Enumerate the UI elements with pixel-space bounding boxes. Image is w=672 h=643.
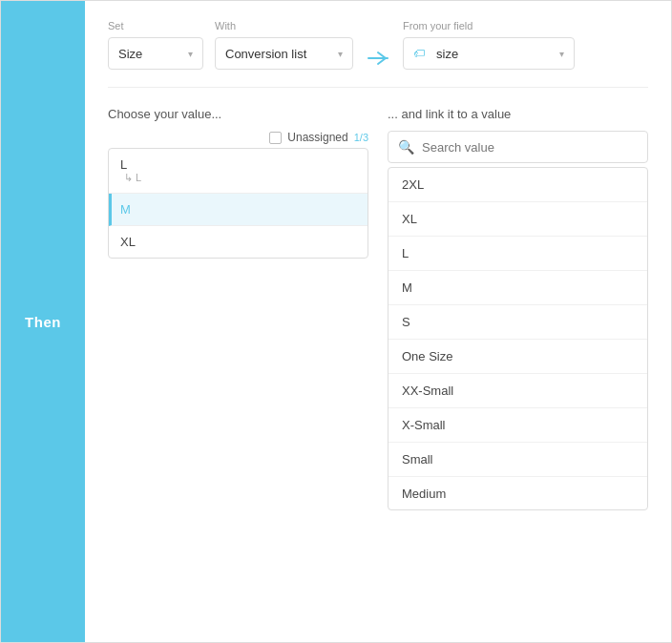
value-main: L [120, 157, 356, 172]
right-panel: ... and link it to a value 🔍 2XL XL L M … [388, 107, 648, 623]
set-label: Set [108, 20, 203, 31]
body-section: Choose your value... Unassigned 1/3 L ↳ … [108, 107, 648, 623]
value-list-item-M[interactable]: M [109, 194, 368, 226]
unassigned-row: Unassigned 1/3 [108, 131, 368, 144]
option-item-Small[interactable]: Small [388, 443, 647, 477]
with-chevron-icon: ▾ [338, 49, 343, 59]
with-field-group: With Conversion list ▾ [215, 20, 353, 70]
from-label: From your field [403, 20, 575, 31]
from-field-group: From your field 🏷 size ▾ [403, 20, 575, 70]
left-panel-title: Choose your value... [108, 107, 368, 121]
with-select-value: Conversion list [225, 47, 306, 61]
search-input[interactable] [422, 140, 638, 155]
value-list-item-L[interactable]: L ↳ L [109, 149, 368, 194]
option-item-Medium[interactable]: Medium [388, 477, 647, 510]
option-item-S[interactable]: S [388, 305, 647, 340]
sidebar: Then [1, 1, 85, 642]
option-item-OneSize[interactable]: One Size [388, 340, 647, 374]
value-list-item-XL[interactable]: XL [109, 226, 368, 258]
right-panel-title: ... and link it to a value [388, 107, 648, 121]
main-content: Set Size ▾ With Conversion list ▾ [85, 1, 671, 642]
option-item-2XL[interactable]: 2XL [388, 168, 647, 202]
value-main: XL [120, 235, 356, 249]
search-box: 🔍 [388, 131, 648, 163]
with-label: With [215, 20, 353, 31]
value-main: M [120, 202, 356, 217]
from-select-value: size [436, 47, 552, 61]
unassigned-checkbox[interactable] [269, 132, 282, 144]
set-field-group: Set Size ▾ [108, 20, 203, 70]
arrow-forward-icon [365, 49, 391, 68]
set-select[interactable]: Size ▾ [108, 37, 203, 70]
option-item-XL[interactable]: XL [388, 202, 647, 237]
from-chevron-icon: ▾ [559, 49, 564, 59]
search-icon: 🔍 [398, 139, 414, 155]
left-panel: Choose your value... Unassigned 1/3 L ↳ … [108, 107, 368, 623]
option-item-XSmall[interactable]: X-Small [388, 408, 647, 443]
set-select-value: Size [118, 47, 142, 61]
top-row: Set Size ▾ With Conversion list ▾ [108, 20, 648, 88]
set-chevron-icon: ▾ [188, 49, 193, 59]
sidebar-label: Then [25, 314, 61, 330]
options-list[interactable]: 2XL XL L M S One Size XX-Small X-Small S… [388, 167, 648, 510]
unassigned-label: Unassigned [287, 131, 347, 144]
fraction-badge: 1/3 [354, 132, 368, 143]
option-item-M[interactable]: M [388, 271, 647, 305]
value-list: L ↳ L M XL [108, 148, 368, 259]
tag-icon: 🏷 [413, 47, 425, 60]
option-item-L[interactable]: L [388, 237, 647, 271]
option-item-XXSmall[interactable]: XX-Small [388, 374, 647, 408]
from-select[interactable]: 🏷 size ▾ [403, 37, 575, 70]
main-container: Then Set Size ▾ With Conversion list ▾ [0, 0, 672, 643]
with-select[interactable]: Conversion list ▾ [215, 37, 353, 70]
value-sub: ↳ L [120, 172, 356, 184]
